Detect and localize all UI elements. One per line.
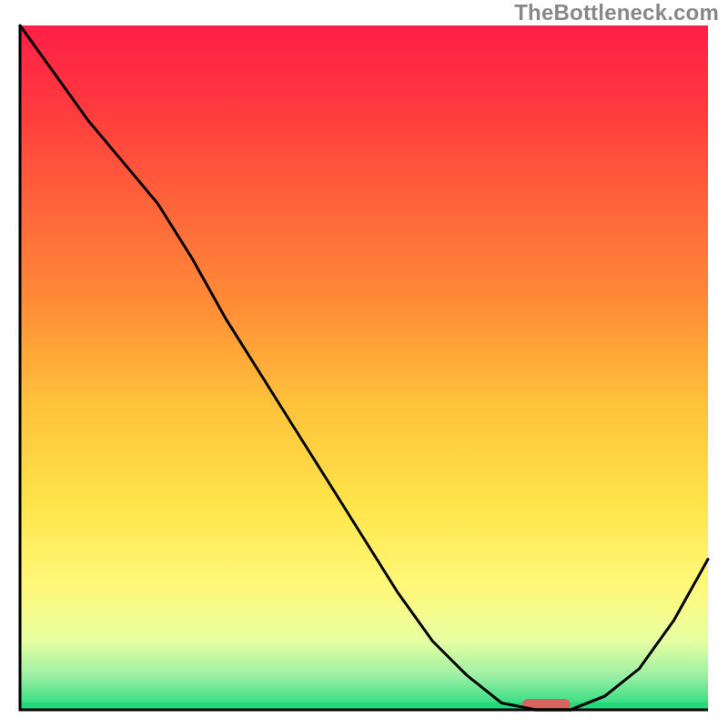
bottleneck-chart: TheBottleneck.com	[0, 0, 728, 728]
watermark-text: TheBottleneck.com	[514, 0, 719, 25]
chart-background	[20, 25, 708, 710]
chart-svg	[0, 0, 728, 728]
